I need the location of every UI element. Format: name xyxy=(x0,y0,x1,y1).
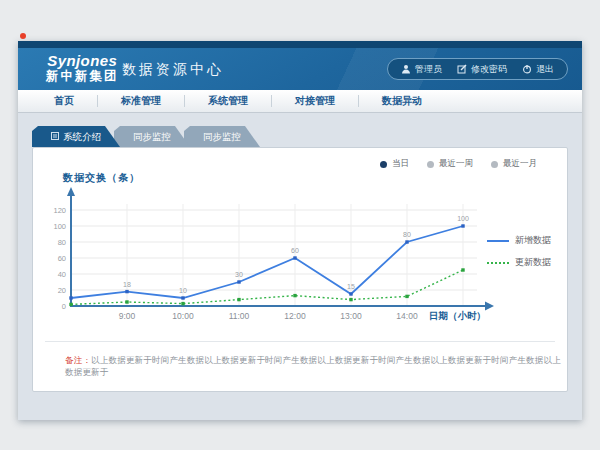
x-axis-title: 日期（小时） xyxy=(429,310,486,323)
svg-text:0: 0 xyxy=(62,302,66,311)
radio-dot xyxy=(427,161,434,168)
panel-divider xyxy=(45,341,555,342)
svg-text:120: 120 xyxy=(53,206,66,215)
time-range-selector: 当日 最近一周 最近一月 xyxy=(380,158,537,170)
svg-text:18: 18 xyxy=(123,281,131,288)
tab-label: 系统介绍 xyxy=(63,126,101,147)
svg-text:15: 15 xyxy=(347,283,355,290)
range-option-today[interactable]: 当日 xyxy=(380,158,409,170)
nav-item-data-change[interactable]: 数据异动 xyxy=(382,94,422,108)
blue-line-sample xyxy=(487,240,509,242)
logo: Synjones 新中新集团 xyxy=(46,52,119,84)
red-record-dot xyxy=(20,33,26,39)
change-password-label: 修改密码 xyxy=(471,63,507,76)
app-window: Synjones 新中新集团 数据资源中心 管理员 修改密码 退出 xyxy=(18,41,582,420)
user-icon xyxy=(401,64,411,74)
change-password-button[interactable]: 修改密码 xyxy=(457,63,507,76)
series-legend: 新增数据 更新数据 xyxy=(487,234,551,269)
chart-container: 0204060801001209:0010:0011:0012:0013:001… xyxy=(41,186,511,330)
logout-button[interactable]: 退出 xyxy=(522,63,554,76)
main-nav: 首页 标准管理 系统管理 对接管理 数据异动 xyxy=(18,90,582,113)
svg-text:11:00: 11:00 xyxy=(229,311,250,321)
svg-text:40: 40 xyxy=(58,270,66,279)
legend-label: 新增数据 xyxy=(515,234,551,247)
svg-text:20: 20 xyxy=(58,286,66,295)
page-title: 数据资源中心 xyxy=(122,61,224,79)
tab-sync-monitor-2[interactable]: 同步监控 xyxy=(184,126,260,147)
svg-text:14:00: 14:00 xyxy=(396,311,418,321)
nav-item-standard-mgmt[interactable]: 标准管理 xyxy=(121,94,161,108)
svg-text:10:00: 10:00 xyxy=(172,311,194,321)
legend-label: 更新数据 xyxy=(515,256,551,269)
svg-text:30: 30 xyxy=(235,271,243,278)
nav-separator xyxy=(184,95,185,107)
chart-panel: 当日 最近一周 最近一月 数据交换（条） 0204060801001209:00… xyxy=(32,147,568,392)
footnote-prefix: 备注： xyxy=(65,355,91,365)
nav-item-home[interactable]: 首页 xyxy=(54,94,74,108)
svg-text:80: 80 xyxy=(403,231,411,238)
range-label: 当日 xyxy=(392,158,409,170)
nav-separator xyxy=(271,95,272,107)
nav-item-interface-mgmt[interactable]: 对接管理 xyxy=(295,94,335,108)
svg-text:60: 60 xyxy=(58,254,66,263)
edit-icon xyxy=(457,64,467,74)
svg-text:100: 100 xyxy=(53,222,66,231)
svg-text:10: 10 xyxy=(179,287,187,294)
user-name-label: 管理员 xyxy=(415,63,442,76)
app-header: Synjones 新中新集团 数据资源中心 管理员 修改密码 退出 xyxy=(18,48,582,90)
window-top-strip xyxy=(18,41,582,48)
svg-text:100: 100 xyxy=(457,215,469,222)
range-option-last-week[interactable]: 最近一周 xyxy=(427,158,473,170)
footnote-text: 以上数据更新于时间产生数据以上数据更新于时间产生数据以上数据更新于时间产生数据以… xyxy=(65,355,561,377)
logo-cn-text: 新中新集团 xyxy=(46,69,119,83)
user-toolbar: 管理员 修改密码 退出 xyxy=(387,58,568,80)
y-axis-title: 数据交换（条） xyxy=(63,171,140,185)
svg-text:13:00: 13:00 xyxy=(340,311,362,321)
tab-sync-monitor-1[interactable]: 同步监控 xyxy=(114,126,190,147)
green-dotted-line-sample xyxy=(487,262,509,264)
radio-dot xyxy=(380,161,387,168)
range-label: 最近一月 xyxy=(503,158,537,170)
svg-text:60: 60 xyxy=(291,247,299,254)
current-user[interactable]: 管理员 xyxy=(401,63,442,76)
tab-label: 同步监控 xyxy=(203,126,241,147)
document-icon xyxy=(51,126,59,147)
radio-dot xyxy=(491,161,498,168)
logo-en-text: Synjones xyxy=(46,52,119,69)
svg-text:12:00: 12:00 xyxy=(284,311,306,321)
tab-bar: 系统介绍 同步监控 同步监控 xyxy=(32,126,568,147)
logout-label: 退出 xyxy=(536,63,554,76)
nav-separator xyxy=(358,95,359,107)
legend-item-new-data: 新增数据 xyxy=(487,234,551,247)
svg-text:9:00: 9:00 xyxy=(119,311,136,321)
svg-text:80: 80 xyxy=(58,238,66,247)
nav-item-system-mgmt[interactable]: 系统管理 xyxy=(208,94,248,108)
tab-system-intro[interactable]: 系统介绍 xyxy=(32,126,120,147)
tab-label: 同步监控 xyxy=(133,126,171,147)
content-area: 系统介绍 同步监控 同步监控 当日 最近一周 xyxy=(18,113,582,392)
legend-item-updated-data: 更新数据 xyxy=(487,256,551,269)
range-label: 最近一周 xyxy=(439,158,473,170)
footnote: 备注：以上数据更新于时间产生数据以上数据更新于时间产生数据以上数据更新于时间产生… xyxy=(65,355,567,379)
range-option-last-month[interactable]: 最近一月 xyxy=(491,158,537,170)
power-icon xyxy=(522,64,532,74)
nav-separator xyxy=(97,95,98,107)
line-chart: 0204060801001209:0010:0011:0012:0013:001… xyxy=(41,186,511,326)
